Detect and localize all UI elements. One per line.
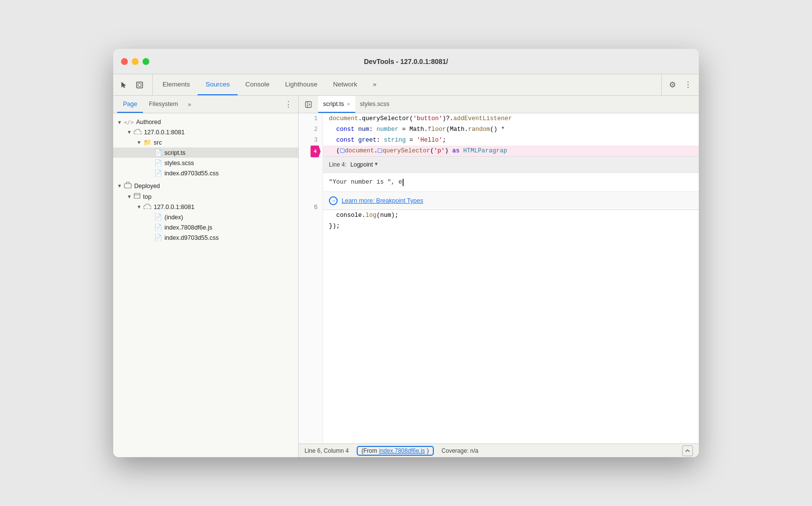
tree-arrow-src: ▼ — [137, 140, 143, 145]
line-num-5: 5 — [299, 156, 323, 202]
close-button[interactable] — [121, 58, 128, 65]
tab-page[interactable]: Page — [117, 96, 143, 113]
toolbar-left-icons — [117, 74, 153, 95]
status-from-source: (From index.7808df6e.js) — [357, 446, 434, 456]
tree-item-deployed[interactable]: ▼ Deployed — [113, 180, 298, 191]
code-editor[interactable]: document.querySelector('button')?.addEve… — [323, 113, 699, 443]
code-line-5: console.log(num); — [323, 210, 699, 221]
index-file-label: (index) — [164, 214, 183, 221]
deployed-icon — [124, 182, 132, 190]
window-controls — [121, 58, 149, 65]
code-line-4: (document.querySelector('p') as HTMLPara… — [323, 146, 699, 156]
learn-more-link[interactable]: Learn more: Breakpoint Types — [342, 195, 423, 206]
file-generic-icon: 📄 — [154, 213, 162, 221]
cursor-icon[interactable] — [117, 78, 131, 92]
tab-filesystem[interactable]: Filesystem — [143, 96, 184, 113]
tree-arrow-cloud1: ▼ — [127, 129, 134, 135]
cloud1-label: 127.0.0.1:8081 — [144, 129, 184, 136]
titlebar: DevTools - 127.0.0.1:8081/ — [113, 49, 699, 74]
status-bar: Line 6, Column 4 (From index.7808df6e.js… — [299, 443, 699, 457]
inspect-icon[interactable] — [133, 78, 146, 92]
tab-network[interactable]: Network — [325, 74, 365, 95]
tree-item-index-css1[interactable]: 📄 index.d9703d55.css — [113, 168, 298, 178]
minimize-button[interactable] — [132, 58, 139, 65]
frame-icon — [134, 193, 141, 200]
folder-icon: 📁 — [143, 139, 151, 146]
logpoint-type-label: Logpoint — [350, 159, 373, 170]
panel-tabs-menu[interactable]: ⋮ — [283, 98, 294, 111]
settings-icon[interactable]: ⚙ — [666, 78, 679, 92]
line-num-2: 2 — [299, 124, 323, 135]
logpoint-popup: Line 4: Logpoint ▼ "Your number is ", e … — [323, 156, 699, 210]
cloud2-label: 127.0.0.1:8081 — [154, 204, 194, 211]
learn-more-circle-icon: → — [329, 196, 338, 205]
tree-item-styles-scss[interactable]: 📄 styles.scss — [113, 158, 298, 168]
code-brackets-icon: </> — [124, 119, 134, 126]
kebab-menu-icon[interactable]: ⋮ — [681, 78, 695, 92]
main-content: Page Filesystem » ⋮ ▼ </> Authored ▼ — [113, 96, 699, 457]
cloud-icon — [134, 128, 142, 136]
tree-arrow-cloud2: ▼ — [137, 204, 143, 210]
tab-sources[interactable]: Sources — [198, 74, 238, 95]
tree-item-top[interactable]: ▼ top — [113, 191, 298, 202]
tree-item-src[interactable]: ▼ 📁 src — [113, 137, 298, 148]
tree-item-script-ts[interactable]: 📄 script.ts — [113, 148, 298, 158]
tab-console[interactable]: Console — [238, 74, 278, 95]
main-tabs: Elements Sources Console Lighthouse Netw… — [153, 74, 661, 95]
code-line-2: const num: number = Math.floor(Math.rand… — [323, 124, 699, 135]
status-coverage: Coverage: n/a — [442, 447, 478, 454]
index-css2-label: index.d9703d55.css — [164, 234, 219, 241]
top-label: top — [143, 193, 151, 200]
line-num-4: 4 — [299, 146, 323, 156]
tree-item-authored[interactable]: ▼ </> Authored — [113, 117, 298, 127]
tree-item-cloud1[interactable]: ▼ 127.0.0.1:8081 — [113, 127, 298, 137]
logpoint-input[interactable]: "Your number is ", e — [323, 173, 699, 191]
expand-icon[interactable] — [682, 445, 693, 456]
file-ts-icon: 📄 — [154, 149, 162, 156]
left-panel: Page Filesystem » ⋮ ▼ </> Authored ▼ — [113, 96, 299, 457]
line-num-6: 6 — [299, 202, 323, 213]
sidebar-collapse-icon[interactable] — [303, 99, 314, 110]
editor-tabs: script.ts × styles.scss — [299, 96, 699, 113]
file-css-icon-2: 📄 — [154, 234, 162, 241]
tree-item-index-js[interactable]: 📄 index.7808df6e.js — [113, 222, 298, 232]
tree-arrow-authored: ▼ — [117, 120, 124, 125]
maximize-button[interactable] — [142, 58, 149, 65]
tab-elements[interactable]: Elements — [155, 74, 198, 95]
editor-tab-script-ts[interactable]: script.ts × — [318, 96, 355, 113]
styles-scss-label: styles.scss — [164, 160, 194, 167]
authored-label: Authored — [136, 119, 161, 126]
logpoint-input-text: "Your number is ", e — [329, 177, 402, 188]
tab-lighthouse[interactable]: Lighthouse — [277, 74, 325, 95]
file-css-icon-1: 📄 — [154, 169, 162, 177]
deployed-label: Deployed — [134, 183, 160, 190]
main-toolbar: Elements Sources Console Lighthouse Netw… — [113, 74, 699, 96]
svg-rect-3 — [134, 193, 140, 198]
script-ts-label: script.ts — [164, 149, 185, 156]
status-expand-button[interactable] — [682, 445, 693, 456]
index-js-label: index.7808df6e.js — [164, 224, 212, 231]
status-location: Line 6, Column 4 — [304, 447, 349, 454]
tree-item-index-css2[interactable]: 📄 index.d9703d55.css — [113, 232, 298, 243]
editor-tab-close-icon[interactable]: × — [347, 101, 350, 107]
code-line-6: }); — [323, 221, 699, 232]
panel-tabs: Page Filesystem » ⋮ — [113, 96, 298, 113]
logpoint-type-selector[interactable]: Logpoint ▼ — [350, 159, 378, 170]
editor-body: 1 2 3 4 5 6 document.querySelector('butt… — [299, 113, 699, 443]
tree-item-cloud2[interactable]: ▼ 127.0.0.1:8081 — [113, 202, 298, 212]
cursor — [403, 179, 404, 186]
devtools-window: DevTools - 127.0.0.1:8081/ Elements Sour… — [113, 49, 699, 457]
tree-arrow-deployed: ▼ — [117, 183, 124, 189]
editor-tab-script-ts-label: script.ts — [323, 101, 344, 107]
editor-tab-styles-scss[interactable]: styles.scss — [355, 96, 394, 113]
svg-rect-0 — [137, 82, 142, 88]
status-from-text: (From — [362, 447, 377, 454]
status-from-link[interactable]: index.7808df6e.js — [379, 447, 425, 454]
tab-more[interactable]: » — [365, 74, 385, 95]
index-css1-label: index.d9703d55.css — [164, 170, 219, 177]
code-line-3: const greet: string = 'Hello'; — [323, 135, 699, 146]
tree-arrow-top: ▼ — [127, 194, 134, 199]
tree-item-index-file[interactable]: 📄 (index) — [113, 212, 298, 222]
panel-tabs-more[interactable]: » — [186, 99, 193, 110]
svg-rect-5 — [305, 102, 311, 107]
